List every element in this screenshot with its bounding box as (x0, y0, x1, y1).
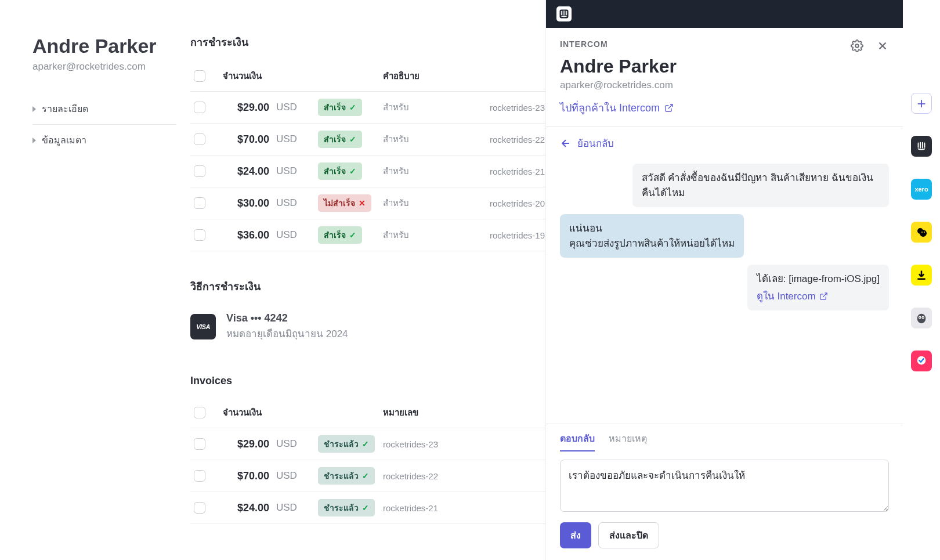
svg-point-5 (924, 232, 925, 233)
row-checkbox[interactable] (194, 102, 205, 113)
row-checkbox[interactable] (194, 165, 205, 177)
status-label: ไม่สำเร็จ (324, 197, 355, 209)
select-all-checkbox[interactable] (194, 407, 205, 418)
status-label: สำเร็จ (324, 229, 346, 241)
payment-method-row[interactable]: VISA Visa ••• 4242 หมดอายุเดือนมิถุนายน … (190, 305, 583, 348)
panel-customer-name: Andre Parker (560, 56, 889, 77)
view-in-intercom-link[interactable]: ดูใน Intercom (757, 289, 828, 304)
section-title-payment-methods: วิธีการชำระเงิน (190, 278, 583, 295)
customer-name: Andre Parker (32, 35, 176, 57)
status-label: สำเร็จ (324, 133, 346, 146)
rail-mailchimp-button[interactable] (911, 222, 932, 243)
rail-download-button[interactable] (911, 265, 932, 286)
svg-point-1 (855, 44, 859, 48)
status-badge: ชำระแล้ว ✓ (318, 467, 375, 485)
row-checkbox[interactable] (194, 197, 205, 209)
intercom-icon (915, 140, 928, 153)
status-badge: ชำระแล้ว ✓ (318, 499, 375, 516)
mailchimp-icon (914, 225, 928, 239)
send-close-label: ส่งและปิด (609, 530, 648, 540)
col-amount: จำนวนเงิน (223, 406, 269, 420)
add-app-button[interactable]: + (911, 93, 932, 114)
back-label: ย้อนกลับ (577, 135, 614, 151)
row-checkbox[interactable] (194, 470, 205, 482)
chat-message-in: สวัสดี คำสั่งซื้อของฉันมีปัญหา สินค้าเสี… (632, 164, 889, 207)
svg-point-9 (919, 317, 920, 318)
payment-row[interactable]: $70.00USDสำเร็จ ✓สำหรับrocketrides-22 (190, 124, 583, 156)
owl-icon (915, 312, 928, 324)
status-label: ชำระแล้ว (324, 438, 359, 450)
check-icon: ✓ (349, 103, 356, 112)
invoice-row[interactable]: $29.00USDชำระแล้ว ✓rocketrides-23 (190, 428, 583, 460)
close-panel-button[interactable] (876, 39, 889, 52)
sidebar-item-label: รายละเอียด (42, 102, 88, 116)
payment-row[interactable]: $30.00USDไม่สำเร็จ ✕สำหรับrocketrides-20 (190, 187, 583, 219)
reply-textarea[interactable] (560, 460, 889, 512)
gear-icon (851, 39, 863, 52)
desc-cell: สำหรับ (377, 100, 490, 114)
chat-message-in: ได้เลย: [image-from-iOS.jpg] ดูใน Interc… (747, 265, 889, 310)
back-button[interactable]: ย้อนกลับ (546, 127, 903, 159)
row-checkbox[interactable] (194, 502, 205, 514)
intercom-logo-icon (556, 6, 572, 21)
status-label: ชำระแล้ว (324, 501, 359, 514)
send-button[interactable]: ส่ง (560, 522, 591, 548)
check-icon: ✓ (362, 503, 369, 512)
arrow-left-icon (560, 138, 572, 149)
status-badge: สำเร็จ ✓ (318, 131, 362, 148)
x-icon: ✕ (359, 198, 366, 208)
sidebar-item-metadata[interactable]: ข้อมูลเมตา (32, 125, 176, 156)
currency-cell: USD (269, 102, 302, 113)
invoices-header-row: จำนวนเงิน หมายเลข (190, 398, 583, 428)
open-in-intercom-label: ไปที่ลูกค้าใน Intercom (560, 99, 660, 116)
settings-button[interactable] (851, 39, 863, 52)
rail-intercom-button[interactable] (911, 136, 932, 157)
invoice-row[interactable]: $24.00USDชำระแล้ว ✓rocketrides-21 (190, 492, 583, 524)
panel-customer-email: aparker@rocketrides.com (560, 80, 889, 91)
currency-cell: USD (269, 229, 302, 241)
rail-xero-button[interactable]: xero (911, 179, 932, 200)
payment-row[interactable]: $24.00USDสำเร็จ ✓สำหรับrocketrides-21 (190, 156, 583, 187)
tab-reply[interactable]: ตอบกลับ (560, 431, 595, 451)
chat-message-text: ได้เลย: [image-from-iOS.jpg] (757, 272, 880, 287)
tab-reply-label: ตอบกลับ (560, 433, 595, 443)
check-icon: ✓ (349, 167, 356, 176)
currency-cell: USD (269, 470, 302, 482)
chat-message-text: แน่นอน คุณช่วยส่งรูปภาพสินค้าให้หน่อยได้… (569, 223, 735, 249)
check-icon: ✓ (362, 439, 369, 449)
amount-cell: $24.00 (223, 502, 269, 514)
sidebar-item-details[interactable]: รายละเอียด (32, 93, 176, 125)
invoice-row[interactable]: $70.00USDชำระแล้ว ✓rocketrides-22 (190, 460, 583, 492)
currency-cell: USD (269, 502, 302, 514)
xero-icon: xero (914, 186, 928, 193)
row-checkbox[interactable] (194, 133, 205, 145)
invoices-section: Invoices จำนวนเงิน หมายเลข $29.00USDชำระ… (190, 375, 583, 524)
open-in-intercom-link[interactable]: ไปที่ลูกค้าใน Intercom (560, 99, 674, 116)
select-all-checkbox[interactable] (194, 70, 205, 82)
section-title-payments: การชำระเงิน (190, 34, 583, 50)
tab-note-label: หมายเหตุ (609, 433, 647, 443)
tab-note[interactable]: หมายเหตุ (609, 431, 647, 451)
desc-cell: สำหรับ (377, 228, 490, 242)
rail-owl-button[interactable] (911, 308, 932, 328)
check-icon: ✓ (362, 471, 369, 480)
customer-email: aparker@rocketrides.com (32, 61, 176, 73)
download-icon (916, 269, 927, 281)
rail-check-button[interactable] (911, 351, 932, 371)
amount-cell: $70.00 (223, 133, 269, 146)
check-icon: ✓ (349, 230, 356, 240)
close-icon (876, 39, 889, 52)
currency-cell: USD (269, 133, 302, 145)
svg-point-4 (921, 232, 923, 233)
desc-cell: สำหรับ (377, 132, 490, 146)
payment-row[interactable]: $29.00USDสำเร็จ ✓สำหรับrocketrides-23 (190, 92, 583, 124)
col-desc: คำอธิบาย (377, 69, 490, 83)
customer-sidebar: Andre Parker aparker@rocketrides.com ราย… (0, 0, 190, 560)
row-checkbox[interactable] (194, 438, 205, 450)
row-checkbox[interactable] (194, 229, 205, 241)
card-label: Visa ••• 4242 (226, 312, 348, 324)
reply-section: ตอบกลับ หมายเหตุ ส่ง ส่งและปิด (546, 424, 903, 560)
send-and-close-button[interactable]: ส่งและปิด (598, 522, 659, 548)
payment-row[interactable]: $36.00USDสำเร็จ ✓สำหรับrocketrides-19 (190, 219, 583, 251)
chat-area: สวัสดี คำสั่งซื้อของฉันมีปัญหา สินค้าเสี… (546, 159, 903, 424)
